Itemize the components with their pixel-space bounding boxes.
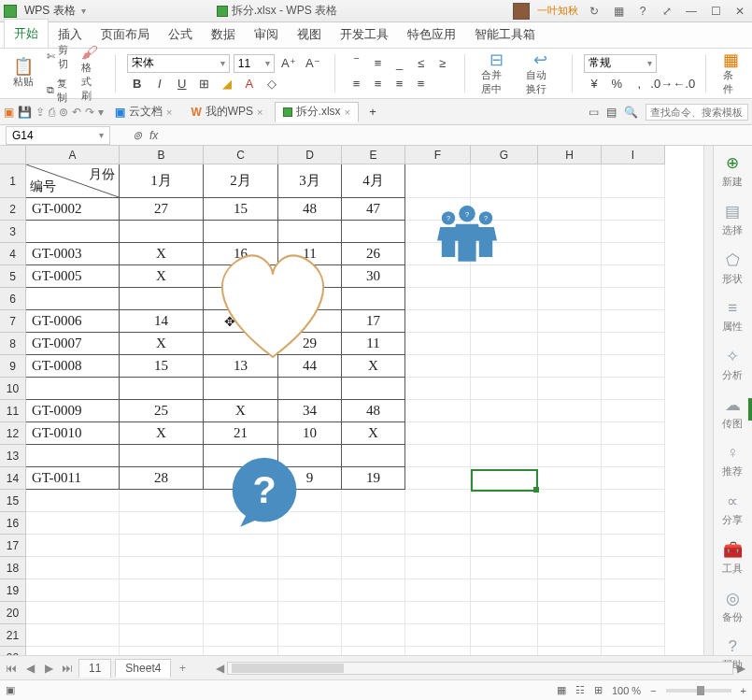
cell[interactable]: [538, 445, 602, 467]
cell[interactable]: [602, 445, 665, 467]
cell[interactable]: GT-0006: [26, 310, 120, 333]
cell[interactable]: [602, 333, 665, 355]
cell[interactable]: [538, 378, 602, 400]
qa-dropdown-icon[interactable]: ▾: [98, 106, 104, 119]
row-header[interactable]: 6: [0, 288, 26, 310]
cell[interactable]: [471, 535, 538, 557]
cell[interactable]: [602, 164, 665, 198]
cell[interactable]: [204, 557, 278, 579]
cell[interactable]: GT-0005: [26, 265, 120, 288]
zoom-slider[interactable]: [666, 689, 731, 693]
search-icon[interactable]: 🔍: [624, 106, 638, 119]
cell[interactable]: [471, 512, 538, 535]
select-all-corner[interactable]: [0, 146, 26, 164]
cell[interactable]: [602, 355, 665, 378]
fx-dialog-icon[interactable]: ⊚: [133, 129, 142, 142]
cell[interactable]: [471, 445, 538, 467]
sidebar-item-形状[interactable]: ⬠形状: [722, 250, 743, 286]
cell[interactable]: [278, 579, 342, 602]
view-page-icon[interactable]: ☷: [575, 684, 585, 696]
fx-label[interactable]: fx: [149, 129, 158, 142]
sheet-tab-sheet4[interactable]: Sheet4: [115, 659, 171, 678]
row-header[interactable]: 17: [0, 535, 26, 557]
column-header[interactable]: H: [538, 146, 602, 164]
cell[interactable]: GT-0003: [26, 243, 120, 265]
cell[interactable]: [602, 535, 665, 557]
font-family-select[interactable]: 宋体▾: [127, 54, 230, 73]
cell[interactable]: 21: [204, 422, 278, 445]
cell[interactable]: [538, 512, 602, 535]
cell[interactable]: [26, 221, 120, 243]
status-doc-icon[interactable]: ▣: [6, 684, 15, 696]
cell[interactable]: 48: [278, 198, 342, 221]
cell[interactable]: [342, 579, 405, 602]
cell[interactable]: [120, 288, 204, 310]
border-button[interactable]: ⊞: [194, 75, 215, 93]
cell[interactable]: [538, 243, 602, 265]
menu-tab-smart[interactable]: 智能工具箱: [465, 21, 545, 48]
add-tab-icon[interactable]: +: [362, 103, 383, 121]
cell[interactable]: [538, 164, 602, 198]
cell[interactable]: [602, 400, 665, 422]
doctab-file[interactable]: 拆分.xlsx×: [275, 102, 359, 122]
column-header[interactable]: G: [471, 146, 538, 164]
cell[interactable]: [602, 288, 665, 310]
row-header[interactable]: 4: [0, 243, 26, 265]
sidebar-item-新建[interactable]: ⊕新建: [722, 153, 743, 189]
cell[interactable]: X: [342, 355, 405, 378]
cell[interactable]: [538, 602, 602, 624]
cell[interactable]: [26, 378, 120, 400]
save-icon[interactable]: 💾: [18, 106, 32, 119]
cell[interactable]: [26, 647, 120, 655]
zoom-value[interactable]: 100 %: [612, 685, 641, 696]
cell[interactable]: [405, 579, 471, 602]
column-header[interactable]: A: [26, 146, 120, 164]
cell[interactable]: [26, 512, 120, 535]
close-tab-icon[interactable]: ×: [345, 107, 350, 118]
cell[interactable]: 47: [342, 198, 405, 221]
cell[interactable]: [120, 445, 204, 467]
cell[interactable]: [471, 579, 538, 602]
vertical-scrollbar[interactable]: [703, 146, 713, 655]
copy-button[interactable]: ⧉复制: [43, 75, 72, 107]
row-header[interactable]: 22: [0, 647, 26, 655]
cell[interactable]: X: [120, 265, 204, 288]
sidebar-item-备份[interactable]: ◎备份: [722, 589, 743, 624]
cell[interactable]: [278, 221, 342, 243]
row-header[interactable]: 1: [0, 164, 26, 198]
cell[interactable]: [602, 265, 665, 288]
grid-icon[interactable]: ▦: [610, 4, 627, 19]
cell[interactable]: [538, 557, 602, 579]
cell[interactable]: GT-0002: [26, 198, 120, 221]
cell[interactable]: [471, 422, 538, 445]
sidebar-item-推荐[interactable]: ♀推荐: [722, 444, 743, 479]
cell[interactable]: [278, 624, 342, 647]
minimize-icon[interactable]: —: [683, 4, 700, 19]
cell[interactable]: [278, 647, 342, 655]
list-icon[interactable]: ▤: [606, 106, 617, 119]
cell[interactable]: [405, 288, 471, 310]
cell[interactable]: GT-0010: [26, 422, 120, 445]
sidebar-item-传图[interactable]: ☁传图: [722, 395, 743, 431]
cell[interactable]: [342, 288, 405, 310]
view-break-icon[interactable]: ⊞: [594, 684, 603, 696]
cell[interactable]: [120, 378, 204, 400]
cell[interactable]: [342, 221, 405, 243]
cell[interactable]: [538, 579, 602, 602]
sheet-nav-first-icon[interactable]: ⏮: [4, 662, 19, 675]
cell[interactable]: [538, 355, 602, 378]
cell[interactable]: [26, 557, 120, 579]
cell[interactable]: [342, 535, 405, 557]
cell[interactable]: [538, 288, 602, 310]
search-input[interactable]: [646, 104, 748, 121]
cell[interactable]: [120, 221, 204, 243]
cell[interactable]: X: [120, 243, 204, 265]
cell[interactable]: 14: [120, 310, 204, 333]
align-bottom-icon[interactable]: _: [390, 54, 410, 73]
sheet-nav-last-icon[interactable]: ⏭: [60, 662, 75, 675]
format-painter-button[interactable]: 🖌格式刷: [76, 42, 104, 105]
cell[interactable]: [405, 467, 471, 490]
menu-tab-formula[interactable]: 公式: [159, 21, 202, 48]
cell[interactable]: [204, 624, 278, 647]
column-header[interactable]: C: [204, 146, 278, 164]
